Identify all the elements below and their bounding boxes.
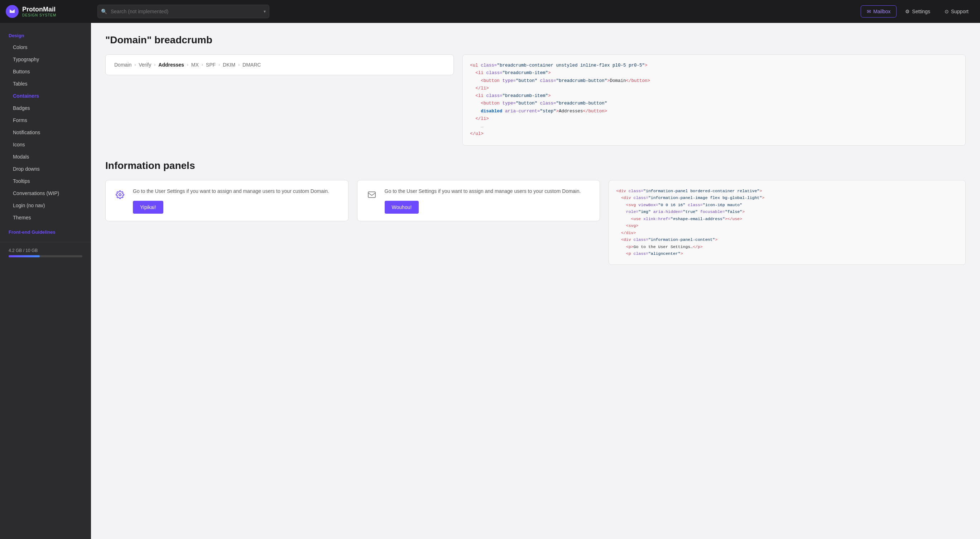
sidebar-category-guidelines: Front-end Guidelines [0, 227, 91, 238]
sidebar-item-typography[interactable]: Typography [0, 53, 91, 65]
sidebar-item-login[interactable]: Login (no nav) [0, 199, 91, 211]
mailbox-button[interactable]: ✉ Mailbox [861, 5, 897, 17]
sidebar-category-design: Design [0, 30, 91, 41]
mailbox-icon: ✉ [867, 9, 871, 14]
support-label: Support [951, 9, 969, 14]
breadcrumb-item-addresses[interactable]: Addresses [158, 62, 184, 68]
support-button[interactable]: ⊙ Support [939, 6, 974, 17]
info-panel-1-icon [113, 187, 127, 202]
sidebar-item-themes[interactable]: Themes [0, 211, 91, 224]
breadcrumb-item-mx[interactable]: MX [191, 62, 199, 68]
logo: ProtonMail DESIGN SYSTEM [6, 5, 92, 18]
sidebar: Design Colors Typography Buttons Tables … [0, 23, 91, 539]
breadcrumb-sep-4: › [202, 62, 203, 67]
info-panel-2: Go to the User Settings if you want to a… [357, 180, 600, 221]
breadcrumb-demo-widget: Domain › Verify › Addresses › MX › SPF ›… [105, 54, 454, 75]
search-input[interactable] [97, 5, 269, 18]
settings-button[interactable]: ⚙ Settings [899, 6, 936, 17]
logo-name: ProtonMail [22, 6, 56, 14]
search-icon: 🔍 [101, 9, 107, 14]
sidebar-item-tooltips[interactable]: Tooltips [0, 175, 91, 187]
breadcrumb-code-block: <ul class="breadcrumb-container unstyled… [463, 54, 966, 146]
breadcrumb-sep-1: › [134, 62, 136, 67]
breadcrumb-item-dmarc[interactable]: DMARC [242, 62, 261, 68]
topbar: ProtonMail DESIGN SYSTEM 🔍 ▾ ✉ Mailbox ⚙… [0, 0, 980, 23]
sidebar-design-section: Design Colors Typography Buttons Tables … [0, 29, 91, 225]
logo-subtitle: DESIGN SYSTEM [22, 13, 56, 17]
layout: Design Colors Typography Buttons Tables … [0, 23, 980, 539]
breadcrumb-sep-2: › [154, 62, 156, 67]
sidebar-guidelines-section: Front-end Guidelines [0, 225, 91, 239]
info-panel-2-body: Go to the User Settings if you want to a… [385, 187, 593, 214]
svg-point-0 [119, 193, 121, 196]
breadcrumb-sep-5: › [218, 62, 220, 67]
breadcrumb-demo-area: Domain › Verify › Addresses › MX › SPF ›… [105, 54, 966, 146]
settings-gear-icon [116, 190, 124, 199]
svg-rect-1 [368, 192, 375, 198]
settings-label: Settings [912, 9, 930, 14]
sidebar-item-conversations[interactable]: Conversations (WIP) [0, 187, 91, 199]
breadcrumb-item-spf[interactable]: SPF [206, 62, 216, 68]
search-bar: 🔍 ▾ [97, 5, 269, 18]
info-panel-2-icon [364, 187, 379, 202]
main-content: "Domain" breadcrumb Domain › Verify › Ad… [91, 23, 980, 539]
support-icon: ⊙ [945, 9, 949, 14]
sidebar-footer: 4.2 GB / 10 GB [0, 242, 91, 263]
sidebar-item-forms[interactable]: Forms [0, 114, 91, 126]
breadcrumb-item-domain[interactable]: Domain [114, 62, 132, 68]
info-panel-1-text: Go to the User Settings if you want to a… [133, 187, 341, 195]
storage-label: 4.2 GB / 10 GB [9, 248, 83, 253]
breadcrumb-sep-3: › [187, 62, 188, 67]
sidebar-item-icons[interactable]: Icons [0, 138, 91, 151]
breadcrumb-item-verify[interactable]: Verify [138, 62, 151, 68]
info-panels-section-title: Information panels [105, 160, 966, 171]
sidebar-item-dropdowns[interactable]: Drop downs [0, 163, 91, 175]
info-panels-code-block: <div class="information-panel bordered-c… [609, 180, 966, 265]
breadcrumb-widget: Domain › Verify › Addresses › MX › SPF ›… [105, 54, 454, 75]
storage-bar [9, 255, 83, 257]
breadcrumb-sep-6: › [238, 62, 240, 67]
sidebar-item-colors[interactable]: Colors [0, 41, 91, 53]
info-panels-row: Go to the User Settings if you want to a… [105, 180, 966, 265]
breadcrumb-section-title: "Domain" breadcrumb [105, 34, 966, 46]
search-dropdown-icon[interactable]: ▾ [264, 9, 266, 14]
sidebar-item-badges[interactable]: Badges [0, 102, 91, 114]
info-panel-1-button[interactable]: Yipikai! [133, 201, 163, 214]
info-panel-2-button[interactable]: Wouhou! [385, 201, 419, 214]
storage-fill [9, 255, 40, 257]
settings-icon: ⚙ [905, 9, 910, 14]
sidebar-item-containers[interactable]: Containers [0, 90, 91, 102]
sidebar-item-modals[interactable]: Modals [0, 151, 91, 163]
info-panel-2-text: Go to the User Settings if you want to a… [385, 187, 593, 195]
sidebar-item-tables[interactable]: Tables [0, 78, 91, 90]
breadcrumb-item-dkim[interactable]: DKIM [223, 62, 235, 68]
logo-icon [6, 5, 19, 18]
sidebar-item-buttons[interactable]: Buttons [0, 65, 91, 78]
info-panel-1: Go to the User Settings if you want to a… [105, 180, 348, 221]
info-panel-1-body: Go to the User Settings if you want to a… [133, 187, 341, 214]
mailbox-label: Mailbox [873, 9, 891, 14]
topbar-nav: ✉ Mailbox ⚙ Settings ⊙ Support [861, 5, 974, 17]
email-icon [368, 190, 376, 199]
sidebar-item-notifications[interactable]: Notifications [0, 126, 91, 138]
logo-text: ProtonMail DESIGN SYSTEM [22, 6, 56, 17]
